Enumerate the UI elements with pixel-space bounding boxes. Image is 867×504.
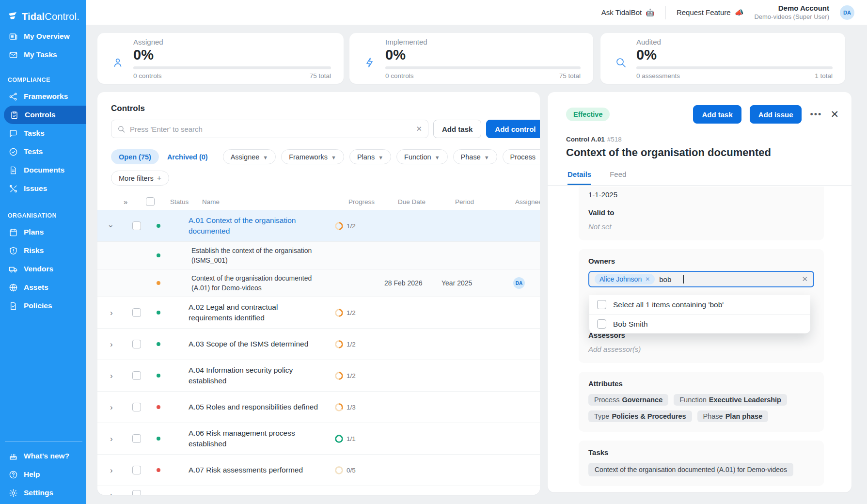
remove-owner-icon[interactable]: ✕ [645, 276, 650, 283]
table-row[interactable]: › A.05 Roles and responsibilities define… [97, 391, 540, 423]
subrow-name[interactable]: Context of the organisation documented (… [189, 273, 335, 293]
row-checkbox[interactable] [132, 221, 141, 230]
table-subrow[interactable]: Establish the context of the organisatio… [97, 241, 540, 269]
add-task-button[interactable]: Add task [433, 120, 481, 138]
sidebar-item-tasks[interactable]: Tasks [0, 124, 86, 142]
filter-frameworks[interactable]: Frameworks▼ [281, 149, 344, 164]
sidebar-item-documents[interactable]: Documents [0, 161, 86, 179]
expand-row-icon[interactable]: › [110, 309, 132, 317]
control-name[interactable]: A.02 Legal and contractual requirements … [189, 302, 335, 324]
table-row[interactable]: › A.01 Context of the organisation docum… [97, 210, 540, 241]
more-filters-button[interactable]: More filters+ [111, 171, 169, 186]
tab-open[interactable]: Open (75) [111, 149, 159, 164]
assessors-placeholder[interactable]: Add assessor(s) [588, 345, 814, 353]
select-all-checkbox[interactable] [597, 300, 606, 309]
row-checkbox[interactable] [132, 403, 141, 411]
controls-panel-title: Controls [111, 104, 526, 113]
controls-search[interactable]: ✕ [111, 120, 428, 138]
sidebar-item-frameworks[interactable]: Frameworks [0, 87, 86, 106]
table-row[interactable]: › A.02 Legal and contractual requirement… [97, 297, 540, 328]
close-icon[interactable]: ✕ [830, 109, 839, 120]
collapse-row-icon[interactable]: › [110, 222, 132, 230]
tab-details[interactable]: Details [567, 170, 591, 185]
collapse-all-icon[interactable]: » [124, 198, 146, 206]
expand-row-icon[interactable]: › [110, 435, 132, 443]
row-checkbox[interactable] [132, 308, 141, 317]
sidebar-item-label: Issues [24, 184, 47, 193]
sidebar-item-tests[interactable]: Tests [0, 142, 86, 161]
row-checkbox[interactable] [132, 490, 141, 495]
detail-add-issue-button[interactable]: Add issue [750, 105, 802, 124]
filter-plans[interactable]: Plans▼ [349, 149, 391, 164]
filter-process[interactable]: Process▼ [503, 149, 540, 164]
chat-icon [9, 129, 18, 138]
mail-icon [9, 50, 18, 60]
expand-row-icon[interactable]: › [110, 340, 132, 348]
subrow-name[interactable]: Establish the context of the organisatio… [189, 246, 335, 266]
row-checkbox[interactable] [132, 466, 141, 474]
sidebar-item-risks[interactable]: Risks [0, 241, 86, 260]
request-feature-button[interactable]: Request Feature 📣 [677, 8, 743, 17]
tab-feed[interactable]: Feed [610, 170, 626, 185]
filter-phase[interactable]: Phase▼ [453, 149, 497, 164]
clear-owners-icon[interactable]: ✕ [802, 275, 808, 284]
sidebar-item-label: What's new? [24, 452, 69, 460]
filter-function[interactable]: Function▼ [396, 149, 448, 164]
assignee-avatar[interactable]: DA [513, 277, 525, 289]
row-checkbox[interactable] [132, 434, 141, 443]
ask-tidalbot-button[interactable]: Ask TidalBot 🤖 [601, 8, 655, 17]
expand-row-icon[interactable]: › [110, 372, 132, 380]
sidebar-item-controls[interactable]: Controls [4, 106, 86, 124]
expand-row-icon[interactable]: › [110, 491, 132, 495]
expand-row-icon[interactable]: › [110, 403, 132, 411]
control-link[interactable]: A.01 Context of the organisation documen… [189, 215, 335, 237]
sidebar-item-vendors[interactable]: Vendors [0, 260, 86, 278]
control-name[interactable]: A.07 Risk assessments performed [189, 465, 335, 475]
sidebar-item-whats-new[interactable]: What's new? [0, 447, 86, 465]
table-row[interactable]: › A.07 Risk assessments performed 0/5 [97, 454, 540, 486]
row-checkbox[interactable] [132, 340, 141, 348]
control-name[interactable]: A.03 Scope of the ISMS determined [189, 339, 335, 349]
filter-assignee[interactable]: Assignee▼ [223, 149, 276, 164]
ask-tidalbot-label: Ask TidalBot [601, 8, 642, 16]
tab-archived[interactable]: Archived (0) [164, 149, 211, 164]
control-name[interactable]: A.04 Information security policy establi… [189, 365, 335, 387]
stat-total: 75 total [559, 72, 581, 79]
sidebar-item-issues[interactable]: Issues [0, 179, 86, 198]
dropdown-option-bob-smith[interactable]: Bob Smith [589, 315, 810, 333]
add-control-button[interactable]: Add control [486, 120, 540, 138]
valid-to-value[interactable]: Not set [588, 222, 814, 231]
owners-input[interactable]: Alice Johnson✕ ✕ [588, 271, 814, 287]
table-row[interactable]: › A.03 Scope of the ISMS determined 1/2 [97, 328, 540, 360]
stat-total: 75 total [310, 72, 331, 79]
more-options-icon[interactable]: ••• [810, 110, 822, 120]
attribute-type: TypePolicies & Procedures [588, 410, 692, 422]
owner-search-input[interactable] [659, 275, 681, 284]
account-info[interactable]: Demo Account Demo-videos (Super User) [754, 4, 829, 21]
expand-row-icon[interactable]: › [110, 466, 132, 474]
sidebar-item-help[interactable]: Help [0, 465, 86, 484]
sidebar-item-my-tasks[interactable]: My Tasks [0, 46, 86, 64]
table-row[interactable]: › A.06 Risk management process establish… [97, 423, 540, 454]
sidebar-item-plans[interactable]: Plans [0, 223, 86, 241]
dropdown-select-all[interactable]: Select all 1 items containing 'bob' [589, 295, 810, 314]
sidebar-item-settings[interactable]: Settings [0, 484, 86, 502]
table-row[interactable]: › A.04 Information security policy estab… [97, 360, 540, 391]
option-checkbox[interactable] [597, 319, 606, 329]
table-row[interactable]: › [97, 486, 540, 495]
control-name[interactable]: A.06 Risk management process established [189, 428, 335, 450]
account-avatar[interactable]: DA [840, 5, 854, 20]
clear-search-icon[interactable]: ✕ [416, 125, 422, 133]
detail-add-task-button[interactable]: Add task [693, 105, 741, 124]
search-input[interactable] [130, 125, 411, 133]
sidebar-item-my-overview[interactable]: My Overview [0, 27, 86, 46]
table-subrow[interactable]: Context of the organisation documented (… [97, 269, 540, 297]
task-pill[interactable]: Context of the organisation documented (… [588, 463, 793, 476]
sidebar-item-assets[interactable]: Assets [0, 278, 86, 297]
owner-chip[interactable]: Alice Johnson✕ [595, 274, 655, 284]
stat-value: 0% [133, 47, 331, 63]
sidebar-item-policies[interactable]: Policies [0, 297, 86, 315]
select-all-checkbox[interactable] [146, 197, 155, 206]
row-checkbox[interactable] [132, 371, 141, 380]
control-name[interactable]: A.05 Roles and responsibilities defined [189, 402, 335, 412]
